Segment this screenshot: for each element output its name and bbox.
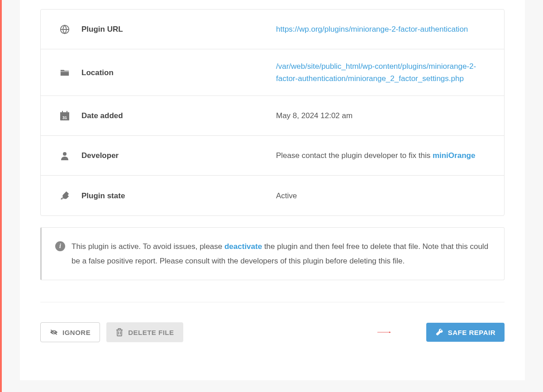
row-location: Location /var/web/site/public_html/wp-co… [41,49,504,96]
safe-repair-button[interactable]: SAFE REPAIR [426,323,505,342]
label-text-date-added: Date added [81,110,123,122]
delete-file-button[interactable]: DELETE FILE [106,322,183,342]
label-text-plugin-url: Plugin URL [81,23,123,35]
globe-icon [60,24,70,34]
arrow-annotation [350,331,418,333]
folder-icon [60,67,70,77]
wrench-icon [435,328,443,336]
label-text-developer: Developer [81,149,119,162]
value-location: /var/web/site/public_html/wp-content/plu… [276,49,504,96]
developer-prefix: Please contact the plugin developer to f… [276,151,433,160]
info-icon: i [55,241,65,251]
value-developer: Please contact the plugin developer to f… [276,139,504,172]
label-plugin-url: Plugin URL [41,12,276,46]
deactivate-link[interactable]: deactivate [224,242,262,251]
divider [40,302,505,302]
repair-label: SAFE REPAIR [448,329,495,336]
svg-rect-4 [62,111,63,113]
label-location: Location [41,56,276,90]
actions-left: IGNORE DELETE FILE [40,322,183,342]
info-box: i This plugin is active. To avoid issues… [40,227,505,280]
plug-icon [60,191,70,201]
panel-inner: Plugin URL https://wp.org/plugins/minior… [20,0,525,380]
label-plugin-state: Plugin state [41,179,276,213]
label-text-location: Location [81,67,114,79]
svg-rect-3 [60,112,69,115]
row-developer: Developer Please contact the plugin deve… [41,136,504,176]
row-plugin-url: Plugin URL https://wp.org/plugins/minior… [41,10,504,49]
label-text-plugin-state: Plugin state [81,190,125,202]
plugin-url-link[interactable]: https://wp.org/plugins/miniorange-2-fact… [276,25,468,33]
details-table: Plugin URL https://wp.org/plugins/minior… [40,9,505,216]
row-plugin-state: Plugin state Active [41,176,504,215]
developer-link[interactable]: miniOrange [433,151,475,160]
calendar-icon: 31 [60,111,70,121]
svg-rect-5 [67,111,67,113]
svg-marker-14 [389,332,391,333]
label-date-added: 31 Date added [41,99,276,133]
svg-text:31: 31 [62,115,67,120]
info-text-1: This plugin is active. To avoid issues, … [71,242,224,251]
svg-point-7 [63,152,67,156]
location-link[interactable]: /var/web/site/public_html/wp-content/plu… [276,62,476,83]
ignore-button[interactable]: IGNORE [40,322,100,342]
actions-bar: IGNORE DELETE FILE [40,322,505,342]
label-developer: Developer [41,139,276,172]
value-plugin-state: Active [276,179,504,213]
delete-label: DELETE FILE [128,329,174,336]
row-date-added: 31 Date added May 8, 2024 12:02 am [41,96,504,136]
actions-right: SAFE REPAIR [350,323,505,342]
ignore-label: IGNORE [62,329,90,336]
info-text: This plugin is active. To avoid issues, … [71,239,491,268]
trash-icon [115,328,124,336]
person-icon [60,151,70,161]
value-plugin-url: https://wp.org/plugins/miniorange-2-fact… [276,12,504,46]
eye-off-icon [50,328,58,336]
value-date-added: May 8, 2024 12:02 am [276,99,504,133]
panel-outer: Plugin URL https://wp.org/plugins/minior… [0,0,543,392]
